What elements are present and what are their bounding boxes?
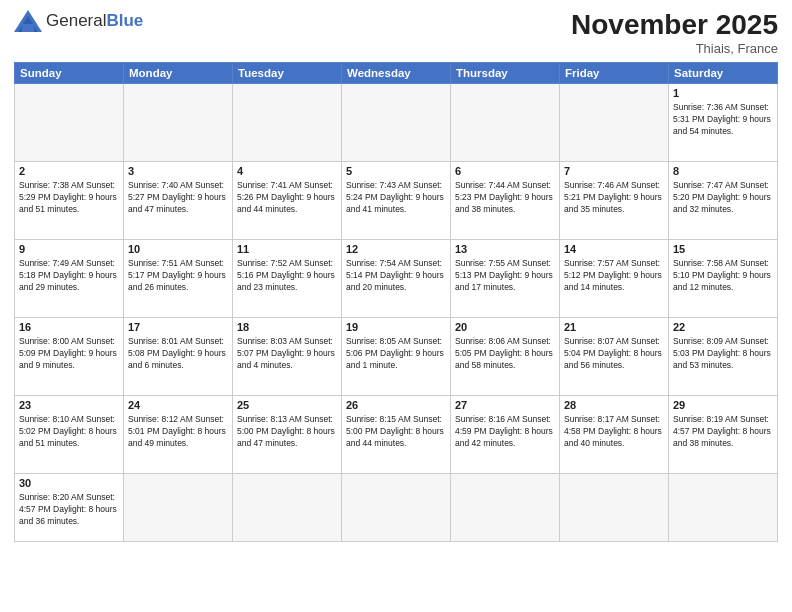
day-number: 27 [455,399,555,411]
calendar-cell: 8Sunrise: 7:47 AM Sunset: 5:20 PM Daylig… [669,161,778,239]
day-info: Sunrise: 7:44 AM Sunset: 5:23 PM Dayligh… [455,179,555,216]
calendar-cell: 1Sunrise: 7:36 AM Sunset: 5:31 PM Daylig… [669,83,778,161]
day-number: 14 [564,243,664,255]
logo: GeneralBlue [14,10,143,32]
calendar-week-6: 30Sunrise: 8:20 AM Sunset: 4:57 PM Dayli… [15,473,778,541]
day-info: Sunrise: 8:19 AM Sunset: 4:57 PM Dayligh… [673,413,773,450]
day-number: 5 [346,165,446,177]
day-number: 6 [455,165,555,177]
calendar-cell [342,473,451,541]
day-info: Sunrise: 7:46 AM Sunset: 5:21 PM Dayligh… [564,179,664,216]
header: GeneralBlue November 2025 Thiais, France [14,10,778,56]
calendar-cell: 5Sunrise: 7:43 AM Sunset: 5:24 PM Daylig… [342,161,451,239]
calendar-cell: 18Sunrise: 8:03 AM Sunset: 5:07 PM Dayli… [233,317,342,395]
day-number: 3 [128,165,228,177]
day-number: 26 [346,399,446,411]
calendar-cell: 10Sunrise: 7:51 AM Sunset: 5:17 PM Dayli… [124,239,233,317]
day-number: 17 [128,321,228,333]
day-number: 18 [237,321,337,333]
calendar-cell: 17Sunrise: 8:01 AM Sunset: 5:08 PM Dayli… [124,317,233,395]
col-header-wednesday: Wednesday [342,62,451,83]
day-info: Sunrise: 7:58 AM Sunset: 5:10 PM Dayligh… [673,257,773,294]
day-info: Sunrise: 7:38 AM Sunset: 5:29 PM Dayligh… [19,179,119,216]
calendar-cell: 24Sunrise: 8:12 AM Sunset: 5:01 PM Dayli… [124,395,233,473]
calendar-week-4: 16Sunrise: 8:00 AM Sunset: 5:09 PM Dayli… [15,317,778,395]
day-number: 11 [237,243,337,255]
calendar: SundayMondayTuesdayWednesdayThursdayFrid… [14,62,778,542]
day-info: Sunrise: 7:49 AM Sunset: 5:18 PM Dayligh… [19,257,119,294]
day-info: Sunrise: 8:05 AM Sunset: 5:06 PM Dayligh… [346,335,446,372]
calendar-cell: 22Sunrise: 8:09 AM Sunset: 5:03 PM Dayli… [669,317,778,395]
day-info: Sunrise: 8:10 AM Sunset: 5:02 PM Dayligh… [19,413,119,450]
logo-icon [14,10,42,32]
calendar-cell: 25Sunrise: 8:13 AM Sunset: 5:00 PM Dayli… [233,395,342,473]
calendar-cell: 2Sunrise: 7:38 AM Sunset: 5:29 PM Daylig… [15,161,124,239]
day-info: Sunrise: 7:43 AM Sunset: 5:24 PM Dayligh… [346,179,446,216]
day-number: 30 [19,477,119,489]
day-info: Sunrise: 7:55 AM Sunset: 5:13 PM Dayligh… [455,257,555,294]
day-number: 12 [346,243,446,255]
logo-blue: Blue [106,11,143,30]
calendar-cell: 30Sunrise: 8:20 AM Sunset: 4:57 PM Dayli… [15,473,124,541]
day-number: 4 [237,165,337,177]
calendar-cell: 26Sunrise: 8:15 AM Sunset: 5:00 PM Dayli… [342,395,451,473]
title-block: November 2025 Thiais, France [571,10,778,56]
calendar-cell: 27Sunrise: 8:16 AM Sunset: 4:59 PM Dayli… [451,395,560,473]
calendar-week-3: 9Sunrise: 7:49 AM Sunset: 5:18 PM Daylig… [15,239,778,317]
calendar-cell [15,83,124,161]
calendar-cell: 28Sunrise: 8:17 AM Sunset: 4:58 PM Dayli… [560,395,669,473]
col-header-saturday: Saturday [669,62,778,83]
calendar-cell: 16Sunrise: 8:00 AM Sunset: 5:09 PM Dayli… [15,317,124,395]
calendar-cell: 3Sunrise: 7:40 AM Sunset: 5:27 PM Daylig… [124,161,233,239]
day-number: 25 [237,399,337,411]
day-number: 21 [564,321,664,333]
day-number: 20 [455,321,555,333]
day-info: Sunrise: 8:12 AM Sunset: 5:01 PM Dayligh… [128,413,228,450]
logo-text: GeneralBlue [46,12,143,31]
day-info: Sunrise: 8:20 AM Sunset: 4:57 PM Dayligh… [19,491,119,528]
col-header-tuesday: Tuesday [233,62,342,83]
day-info: Sunrise: 7:41 AM Sunset: 5:26 PM Dayligh… [237,179,337,216]
day-number: 29 [673,399,773,411]
day-info: Sunrise: 8:07 AM Sunset: 5:04 PM Dayligh… [564,335,664,372]
calendar-cell: 20Sunrise: 8:06 AM Sunset: 5:05 PM Dayli… [451,317,560,395]
day-info: Sunrise: 8:01 AM Sunset: 5:08 PM Dayligh… [128,335,228,372]
calendar-cell: 15Sunrise: 7:58 AM Sunset: 5:10 PM Dayli… [669,239,778,317]
calendar-cell: 14Sunrise: 7:57 AM Sunset: 5:12 PM Dayli… [560,239,669,317]
calendar-cell [342,83,451,161]
day-number: 9 [19,243,119,255]
day-number: 15 [673,243,773,255]
calendar-cell: 6Sunrise: 7:44 AM Sunset: 5:23 PM Daylig… [451,161,560,239]
day-info: Sunrise: 7:54 AM Sunset: 5:14 PM Dayligh… [346,257,446,294]
calendar-cell: 11Sunrise: 7:52 AM Sunset: 5:16 PM Dayli… [233,239,342,317]
calendar-week-2: 2Sunrise: 7:38 AM Sunset: 5:29 PM Daylig… [15,161,778,239]
day-number: 8 [673,165,773,177]
day-info: Sunrise: 7:51 AM Sunset: 5:17 PM Dayligh… [128,257,228,294]
calendar-cell [124,83,233,161]
calendar-cell: 4Sunrise: 7:41 AM Sunset: 5:26 PM Daylig… [233,161,342,239]
calendar-cell [124,473,233,541]
calendar-week-5: 23Sunrise: 8:10 AM Sunset: 5:02 PM Dayli… [15,395,778,473]
calendar-cell [560,83,669,161]
col-header-sunday: Sunday [15,62,124,83]
calendar-cell [451,83,560,161]
calendar-cell [669,473,778,541]
page: GeneralBlue November 2025 Thiais, France… [0,0,792,612]
calendar-cell [451,473,560,541]
calendar-cell [233,473,342,541]
day-info: Sunrise: 8:15 AM Sunset: 5:00 PM Dayligh… [346,413,446,450]
calendar-cell: 12Sunrise: 7:54 AM Sunset: 5:14 PM Dayli… [342,239,451,317]
day-info: Sunrise: 7:57 AM Sunset: 5:12 PM Dayligh… [564,257,664,294]
day-info: Sunrise: 7:36 AM Sunset: 5:31 PM Dayligh… [673,101,773,138]
calendar-week-1: 1Sunrise: 7:36 AM Sunset: 5:31 PM Daylig… [15,83,778,161]
calendar-cell: 9Sunrise: 7:49 AM Sunset: 5:18 PM Daylig… [15,239,124,317]
day-number: 7 [564,165,664,177]
month-title: November 2025 [571,10,778,41]
calendar-cell: 13Sunrise: 7:55 AM Sunset: 5:13 PM Dayli… [451,239,560,317]
day-info: Sunrise: 8:16 AM Sunset: 4:59 PM Dayligh… [455,413,555,450]
day-number: 1 [673,87,773,99]
location: Thiais, France [571,41,778,56]
day-number: 23 [19,399,119,411]
day-number: 22 [673,321,773,333]
day-info: Sunrise: 7:47 AM Sunset: 5:20 PM Dayligh… [673,179,773,216]
